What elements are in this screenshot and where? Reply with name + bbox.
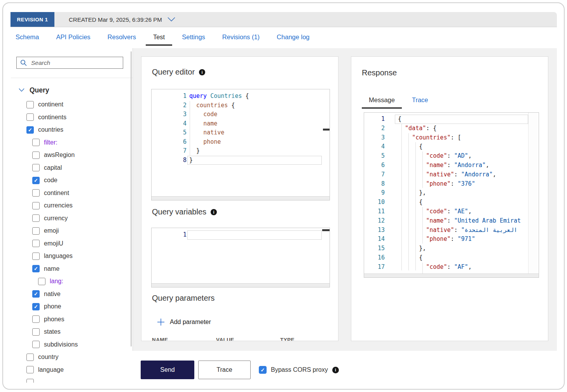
- tab-schema[interactable]: Schema: [16, 31, 39, 46]
- sidebar-scrollbar[interactable]: [131, 51, 132, 347]
- tree-item-name[interactable]: ✓name: [11, 263, 133, 275]
- tree-item-continents[interactable]: continents: [11, 111, 133, 124]
- query-editor[interactable]: 1query Countries {2 countries {3 code4 n…: [151, 89, 330, 200]
- tab-api-policies[interactable]: API Policies: [56, 31, 91, 46]
- checkbox[interactable]: [32, 152, 40, 159]
- code-text: "phone": "971": [398, 235, 528, 244]
- tree-item-country[interactable]: country: [11, 351, 133, 364]
- indent-guide: [408, 133, 409, 270]
- tree-item-countries[interactable]: ✓countries: [11, 124, 133, 136]
- code-line: 10 {: [364, 198, 528, 207]
- trace-button[interactable]: Trace: [198, 361, 251, 379]
- code-line: 7 "native": "Andorra",: [364, 170, 528, 179]
- checkbox[interactable]: [26, 113, 34, 121]
- tab-revisions-1-[interactable]: Revisions (1): [222, 31, 260, 46]
- tree-item-label: capital: [44, 164, 62, 171]
- checkbox[interactable]: [26, 366, 34, 373]
- token: [398, 180, 426, 187]
- tree-item-emojiU[interactable]: emojiU: [11, 237, 133, 250]
- info-icon[interactable]: i: [199, 69, 205, 75]
- revision-badge: REVISION 1: [10, 12, 54, 27]
- send-button[interactable]: Send: [141, 361, 194, 379]
- checkbox[interactable]: [32, 328, 40, 336]
- tree-item-capital[interactable]: capital: [11, 162, 133, 174]
- checkbox[interactable]: [32, 341, 40, 348]
- checkbox[interactable]: [32, 253, 40, 260]
- line-number: 10: [364, 198, 385, 207]
- code-line: 6 "name": "Andorra",: [364, 161, 528, 170]
- checkbox[interactable]: [38, 278, 45, 285]
- checkbox[interactable]: [32, 164, 40, 171]
- tree-item-continent[interactable]: continent: [11, 98, 133, 111]
- code-line: 4 {: [364, 142, 528, 152]
- checkbox[interactable]: ✓: [32, 265, 40, 272]
- tree-item-emoji[interactable]: emoji: [11, 225, 133, 237]
- checkbox[interactable]: [32, 139, 40, 146]
- line-number: 2: [152, 101, 187, 110]
- info-icon[interactable]: i: [211, 209, 217, 215]
- horizontal-scrollbar[interactable]: [152, 196, 330, 200]
- tab-change-log[interactable]: Change log: [277, 31, 309, 46]
- tree-item-language[interactable]: language: [11, 364, 133, 376]
- token: {: [242, 92, 249, 99]
- tree-item-continent[interactable]: continent: [11, 187, 133, 200]
- tree-item-native[interactable]: ✓native: [11, 288, 133, 301]
- vertical-scrollbar[interactable]: [528, 113, 539, 274]
- chevron-down-icon[interactable]: [19, 88, 24, 92]
- response-editor[interactable]: 1{2 "data": {3 "countries": [4 {5 "code"…: [364, 112, 539, 278]
- tree-item-label: continent: [44, 190, 69, 197]
- token: "code": [426, 152, 447, 159]
- tree-root-query[interactable]: Query: [19, 84, 49, 96]
- tree-item-phone[interactable]: ✓phone: [11, 300, 133, 313]
- chevron-down-icon[interactable]: [167, 17, 175, 22]
- token: : [: [450, 134, 461, 141]
- checkbox[interactable]: ✓: [32, 303, 40, 310]
- code-text: code: [189, 110, 323, 119]
- token: "code": [426, 208, 447, 215]
- info-icon[interactable]: i: [332, 367, 339, 373]
- tree-item-awsRegion[interactable]: awsRegion: [11, 149, 133, 162]
- tree-item-subdivisions[interactable]: subdivisions: [11, 338, 133, 351]
- checkbox[interactable]: ✓: [32, 290, 40, 298]
- horizontal-scrollbar[interactable]: [152, 283, 330, 287]
- add-parameter-label: Add parameter: [170, 319, 211, 326]
- token: "971": [458, 235, 475, 242]
- tab-settings[interactable]: Settings: [182, 31, 205, 46]
- checkbox[interactable]: [32, 240, 40, 247]
- checkbox[interactable]: [26, 379, 34, 383]
- checkbox[interactable]: [32, 202, 40, 209]
- token: {: [228, 102, 235, 109]
- tab-test[interactable]: Test: [153, 31, 165, 46]
- response-panel: Response MessageTrace 1{2 "data": {3 "co…: [351, 56, 548, 341]
- response-tab-trace[interactable]: Trace: [405, 94, 435, 109]
- checkbox[interactable]: [32, 189, 40, 197]
- code-text: },: [398, 244, 528, 253]
- tree-item-filter[interactable]: filter:: [11, 136, 133, 149]
- tree-item-lang[interactable]: lang:: [11, 275, 133, 288]
- checkbox[interactable]: ✓: [26, 126, 34, 134]
- checkbox[interactable]: [26, 354, 34, 361]
- tree-item-states[interactable]: states: [11, 326, 133, 338]
- checkbox[interactable]: [32, 214, 40, 222]
- tab-resolvers[interactable]: Resolvers: [108, 31, 136, 46]
- tree-item-partial[interactable]: [11, 376, 133, 383]
- line-number: 9: [364, 188, 385, 198]
- checkbox[interactable]: [32, 227, 40, 235]
- checkbox[interactable]: [32, 315, 40, 323]
- query-variables-editor[interactable]: 1: [151, 228, 330, 287]
- add-parameter-button[interactable]: Add parameter: [157, 318, 211, 326]
- query-editor-title: Query editor i: [152, 68, 205, 77]
- bypass-cors-checkbox[interactable]: ✓: [259, 366, 267, 374]
- tree-item-code[interactable]: ✓code: [11, 174, 133, 187]
- tree-item-currency[interactable]: currency: [11, 212, 133, 225]
- token: :: [447, 217, 454, 224]
- search-input[interactable]: [30, 59, 123, 67]
- checkbox[interactable]: ✓: [32, 177, 40, 184]
- tree-item-languages[interactable]: languages: [11, 250, 133, 263]
- response-tab-message[interactable]: Message: [362, 94, 402, 109]
- horizontal-scrollbar[interactable]: [364, 274, 539, 277]
- checkbox[interactable]: [26, 101, 34, 108]
- plus-icon: [157, 318, 165, 326]
- tree-item-phones[interactable]: phones: [11, 313, 133, 326]
- tree-item-currencies[interactable]: currencies: [11, 199, 133, 212]
